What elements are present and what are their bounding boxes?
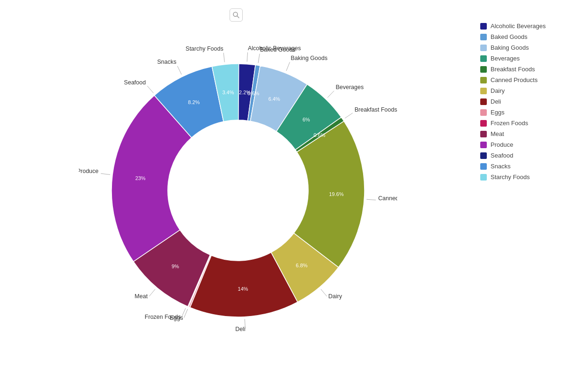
ext-label-3: Beverages [335,84,364,90]
legend-item: Deli [480,98,579,105]
ext-label-10: Meat [134,293,148,300]
pct-label-14: 3.4% [222,90,234,95]
legend-item: Seafood [480,152,579,159]
legend-item: Starchy Foods [480,173,579,181]
search-icon [230,8,243,22]
ext-label-2: Baking Goods [290,55,327,61]
legend-item: Baking Goods [480,44,579,51]
legend-swatch [480,131,487,137]
pct-label-11: 23% [135,175,145,181]
pct-label-6: 6.8% [296,263,307,268]
legend-item: Breakfast Foods [480,66,579,73]
legend-label: Baking Goods [491,44,529,51]
leader-line-14 [223,53,224,62]
leader-line-1 [258,54,260,63]
legend-label: Breakfast Foods [491,66,535,73]
ext-label-12: Seafood [124,79,146,86]
legend-label: Eggs [491,109,505,116]
pct-label-5: 19.6% [329,191,343,197]
leader-line-12 [147,86,153,93]
legend-panel: Alcoholic Beverages Baked Goods Baking G… [476,0,588,392]
legend-swatch [480,45,487,51]
legend-item: Meat [480,130,579,137]
ext-label-4: Breakfast Foods [354,106,397,113]
pct-label-13: 8.2% [188,99,200,105]
legend-label: Frozen Foods [491,120,528,127]
legend-label: Deli [491,98,501,105]
legend-item: Canned Products [480,76,579,83]
leader-line-4 [344,113,352,118]
pct-label-3: 6% [302,117,310,122]
legend-swatch [480,98,487,105]
legend-label: Canned Products [491,76,537,83]
leader-line-3 [327,91,334,98]
legend-swatch [480,174,487,181]
legend-label: Beverages [491,55,520,62]
donut-chart: 2.2%0.6%6.4%6%0.6%19.6%6.8%14%9%23%8.2%3… [79,31,397,350]
legend-item: Dairy [480,87,579,94]
legend-label: Meat [491,130,504,137]
pct-label-10: 9% [171,264,179,269]
pct-label-2: 6.4% [268,96,280,102]
legend-swatch [480,142,487,148]
legend-swatch [480,120,487,127]
legend-label: Starchy Foods [491,173,530,181]
pct-label-4: 0.6% [313,132,325,138]
ext-label-7: Deli [235,326,246,332]
legend-swatch [480,77,487,83]
legend-swatch [480,34,487,40]
legend-label: Produce [491,141,513,148]
donut-svg: 2.2%0.6%6.4%6%0.6%19.6%6.8%14%9%23%8.2%3… [79,31,397,350]
legend-label: Baked Goods [491,33,528,40]
ext-label-5: Canned Products [378,195,397,202]
main-container: 2.2%0.6%6.4%6%0.6%19.6%6.8%14%9%23%8.2%3… [0,0,588,392]
legend-item: Baked Goods [480,33,579,40]
pct-label-1: 0.6% [247,90,259,96]
legend-label: Dairy [491,87,505,94]
ext-label-6: Dairy [328,293,342,300]
legend-swatch [480,66,487,73]
legend-item: Snacks [480,163,579,170]
title-bar [230,8,246,22]
legend-item: Eggs [480,109,579,116]
ext-label-14: Starchy Foods [186,45,223,52]
legend-item: Frozen Foods [480,120,579,127]
pct-label-7: 14% [238,286,248,292]
ext-label-13: Snacks [157,59,176,65]
chart-area: 2.2%0.6%6.4%6%0.6%19.6%6.8%14%9%23%8.2%3… [0,0,476,392]
leader-line-5 [366,199,376,200]
leader-line-0 [247,53,247,62]
legend-swatch [480,109,487,116]
leader-line-11 [101,173,110,174]
leader-line-10 [149,289,155,296]
legend-swatch [480,163,487,170]
leader-line-6 [320,289,327,296]
leader-line-2 [286,62,290,71]
legend-swatch [480,88,487,94]
legend-swatch [480,55,487,62]
legend-swatch [480,23,487,30]
legend-item: Produce [480,141,579,148]
legend-items: Alcoholic Beverages Baked Goods Baking G… [480,23,579,181]
legend-swatch [480,152,487,159]
legend-item: Beverages [480,55,579,62]
legend-label: Alcoholic Beverages [491,23,546,30]
ext-label-1: Baked Goods [260,46,295,53]
ext-label-9: Frozen Foods [144,314,180,320]
leader-line-13 [177,66,181,75]
legend-label: Seafood [491,152,513,159]
legend-label: Snacks [491,163,511,170]
legend-item: Alcoholic Beverages [480,23,579,30]
svg-line-1 [237,16,239,18]
ext-label-11: Produce [79,168,98,174]
